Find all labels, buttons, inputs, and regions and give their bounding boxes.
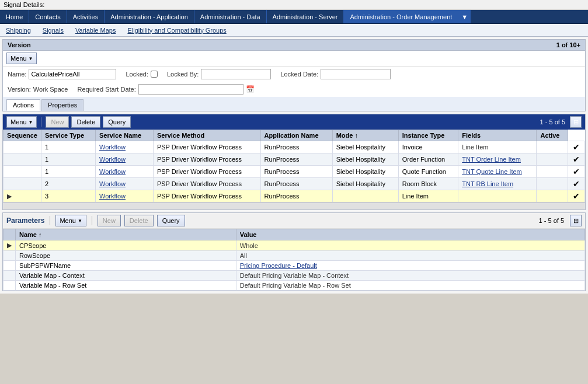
- table-row[interactable]: ▶ 3 Workflow PSP Driver Workflow Process…: [4, 190, 585, 203]
- cell-service-type[interactable]: Workflow: [95, 141, 153, 153]
- cell-service-name: PSP Driver Workflow Process: [153, 153, 260, 166]
- name-input[interactable]: [29, 69, 116, 79]
- col-header-application-name: Application Name: [260, 130, 332, 141]
- col-header-param-name: Name ↑: [16, 229, 236, 240]
- cell-service-type[interactable]: Workflow: [95, 178, 153, 190]
- actions-toolbar: Menu ▼ New Delete Query 1 - 5 of 5 ⊞: [3, 114, 585, 130]
- cell-instance-type: TNT Quote Line Item: [458, 166, 537, 178]
- nav-tab-home[interactable]: Home: [0, 10, 29, 23]
- params-delete-button[interactable]: Delete: [124, 215, 154, 226]
- actions-table-header: Sequence Service Type Service Name Servi…: [4, 130, 585, 141]
- signal-details-label: Signal Details:: [4, 1, 44, 8]
- table-row[interactable]: 1 Workflow PSP Driver Workflow Process R…: [4, 166, 585, 178]
- nav-tab-admin-data[interactable]: Administration - Data: [194, 10, 267, 23]
- cell-service-type[interactable]: Workflow: [95, 166, 153, 178]
- version-section: Version 1 of 10+ Menu ▼ Name: Locked: Lo…: [2, 39, 586, 111]
- sub-nav-eligibility[interactable]: Eligibility and Compatibility Groups: [127, 27, 226, 34]
- actions-menu-button[interactable]: Menu ▼: [6, 116, 37, 128]
- row-indicator: [4, 166, 41, 178]
- name-field-group: Name:: [8, 69, 116, 79]
- param-row-indicator: [4, 271, 16, 281]
- col-header-active: Active: [537, 130, 568, 141]
- version-title: Version: [8, 41, 31, 48]
- locked-checkbox[interactable]: [151, 71, 158, 78]
- cell-fields: [537, 141, 568, 153]
- cell-active: ✔: [568, 190, 584, 203]
- cell-application-name: Siebel Hospitality: [332, 166, 398, 178]
- col-header-instance-type: Instance Type: [398, 130, 458, 141]
- nav-tab-activities[interactable]: Activities: [67, 10, 105, 23]
- actions-table-scroll[interactable]: Sequence Service Type Service Name Servi…: [3, 130, 585, 203]
- cell-fields: [537, 153, 568, 166]
- table-row[interactable]: 2 Workflow PSP Driver Workflow Process R…: [4, 178, 585, 190]
- col-header-service-type: Service Type: [41, 130, 95, 141]
- params-menu-button[interactable]: Menu ▼: [55, 215, 86, 226]
- list-item[interactable]: Variable Map - Context Default Pricing V…: [4, 271, 585, 281]
- nav-tab-admin-app[interactable]: Administration - Application: [105, 10, 194, 23]
- version-fields-row2: Version: Work Space Required Start Date:…: [3, 82, 585, 97]
- cell-fields: [537, 190, 568, 203]
- cell-sequence: 3: [41, 190, 95, 203]
- params-header: Parameters Menu ▼ New Delete Query 1 - 5…: [3, 213, 585, 229]
- params-section: Parameters Menu ▼ New Delete Query 1 - 5…: [2, 212, 586, 291]
- param-value-cell: All: [236, 251, 584, 261]
- list-item[interactable]: Variable Map - Row Set Default Pricing V…: [4, 281, 585, 291]
- sub-nav-signals[interactable]: Signals: [43, 27, 64, 34]
- list-item[interactable]: SubPSPWFName Pricing Procedure - Default: [4, 261, 585, 271]
- tab-properties[interactable]: Properties: [41, 99, 83, 111]
- cell-service-type[interactable]: Workflow: [95, 153, 153, 166]
- cell-mode: Line Item: [398, 190, 458, 203]
- param-name-cell: Variable Map - Row Set: [16, 281, 236, 291]
- cell-active: ✔: [568, 141, 584, 153]
- actions-delete-button[interactable]: Delete: [71, 116, 100, 128]
- locked-by-label: Locked By:: [167, 71, 199, 78]
- cell-service-type[interactable]: Workflow: [95, 190, 153, 203]
- name-label: Name:: [8, 71, 26, 78]
- locked-by-field-group: Locked By:: [167, 69, 271, 79]
- nav-tab-admin-order[interactable]: Administration - Order Management: [344, 10, 458, 23]
- actions-export-button[interactable]: ⊞: [570, 116, 582, 128]
- locked-by-input[interactable]: [201, 69, 271, 79]
- locked-date-input[interactable]: [321, 69, 391, 79]
- main-content: Version 1 of 10+ Menu ▼ Name: Locked: Lo…: [0, 37, 588, 294]
- cell-service-method: RunProcess: [260, 178, 332, 190]
- row-indicator: [4, 141, 41, 153]
- nav-tab-contacts[interactable]: Contacts: [29, 10, 67, 23]
- params-query-button[interactable]: Query: [157, 215, 185, 226]
- param-value-cell[interactable]: Pricing Procedure - Default: [236, 261, 584, 271]
- version-menu-button[interactable]: Menu ▼: [6, 53, 37, 64]
- version-pagination: 1 of 10+: [556, 41, 580, 48]
- required-start-date-input[interactable]: [138, 84, 243, 95]
- sub-nav: Shipping Signals Variable Maps Eligibili…: [0, 24, 588, 37]
- cell-instance-type: TNT Order Line Item: [458, 153, 537, 166]
- nav-tab-admin-server[interactable]: Administration - Server: [267, 10, 345, 23]
- param-name-cell: Variable Map - Context: [16, 271, 236, 281]
- required-start-date-group: Required Start Date: 📅: [77, 84, 254, 95]
- tab-actions[interactable]: Actions: [6, 99, 40, 111]
- params-export-button[interactable]: ⊞: [570, 215, 582, 226]
- actions-table: Sequence Service Type Service Name Servi…: [3, 130, 585, 203]
- actions-new-button[interactable]: New: [46, 116, 69, 128]
- actions-horizontal-scrollbar[interactable]: [3, 203, 585, 210]
- tab-bar: Actions Properties: [3, 97, 585, 111]
- actions-toolbar-left: Menu ▼ New Delete Query: [6, 116, 131, 128]
- cell-sequence: 1: [41, 141, 95, 153]
- locked-date-label: Locked Date:: [280, 71, 318, 78]
- params-new-button[interactable]: New: [98, 215, 121, 226]
- sub-nav-shipping[interactable]: Shipping: [6, 27, 31, 34]
- table-row[interactable]: 1 Workflow PSP Driver Workflow Process R…: [4, 141, 585, 153]
- actions-query-button[interactable]: Query: [103, 116, 131, 128]
- sub-nav-variable-maps[interactable]: Variable Maps: [75, 27, 116, 34]
- param-name-cell: CPScope: [16, 240, 236, 251]
- cell-mode: Invoice: [398, 141, 458, 153]
- locked-date-field-group: Locked Date:: [280, 69, 391, 79]
- nav-dropdown-button[interactable]: ▼: [458, 10, 471, 23]
- list-item[interactable]: RowScope All: [4, 251, 585, 261]
- params-table: Name ↑ Value ▶ CPScope Whole RowScope Al…: [3, 229, 585, 291]
- version-toolbar: Menu ▼: [3, 51, 585, 67]
- list-item[interactable]: ▶ CPScope Whole: [4, 240, 585, 251]
- table-row[interactable]: 1 Workflow PSP Driver Workflow Process R…: [4, 153, 585, 166]
- cell-service-name: PSP Driver Workflow Process: [153, 141, 260, 153]
- calendar-icon[interactable]: 📅: [246, 85, 255, 93]
- cell-application-name: Siebel Hospitality: [332, 178, 398, 190]
